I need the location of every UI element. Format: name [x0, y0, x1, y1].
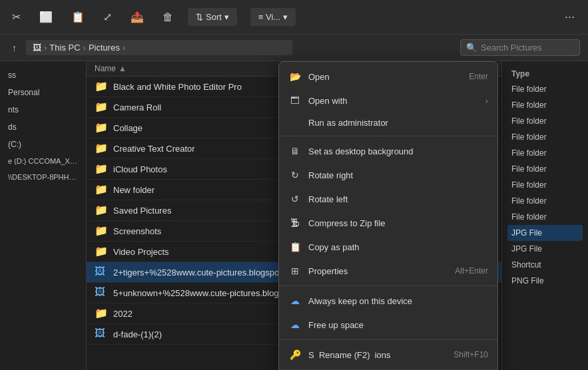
paste-icon[interactable]: 📋: [67, 7, 89, 27]
right-panel-header: Type: [507, 67, 583, 81]
menu-label-desktop-bg: Set as desktop background: [308, 146, 488, 156]
breadcrumb-this-pc[interactable]: This PC: [49, 43, 80, 53]
menu-item-free-space[interactable]: ☁ Free up space: [279, 313, 497, 337]
menu-separator-1: [279, 136, 497, 136]
sidebar-item-c[interactable]: (C:): [0, 136, 86, 153]
menu-item-rotate-left[interactable]: ↺ Rotate left: [279, 187, 497, 211]
menu-item-properties[interactable]: ⊞ Properties Alt+Enter: [279, 259, 497, 283]
more-button[interactable]: ···: [559, 7, 580, 27]
open-with-icon: 🗔: [288, 94, 302, 107]
toolbar: ✂ ⬜ 📋 ⤢ 📤 🗑 ⇅ Sort ▾ ≡ Vi... ▾ ···: [0, 0, 588, 35]
cloud-free-icon: ☁: [288, 318, 302, 331]
right-panel-item: File folder: [507, 177, 583, 193]
sidebar-item-d[interactable]: e (D:) CCCOMA_X64FR: [0, 153, 86, 169]
menu-label-compress-zip: Compress to Zip file: [308, 218, 488, 228]
jpg-icon: 🖼: [95, 266, 108, 279]
folder-icon: 📁: [95, 224, 108, 238]
menu-item-compress-zip[interactable]: 🗜 Compress to Zip file: [279, 211, 497, 235]
sidebar-item-nts[interactable]: nts: [0, 101, 86, 118]
menu-label-rotate-right: Rotate right: [308, 170, 488, 180]
menu-label-free-space: Free up space: [308, 320, 488, 330]
search-box[interactable]: 🔍: [460, 39, 580, 56]
compress-zip-icon: 🗜: [288, 216, 302, 230]
menu-label-rotate-left: Rotate left: [308, 194, 488, 204]
rotate-left-icon: ↺: [288, 192, 302, 206]
menu-item-show-more[interactable]: 🔑 S Rename (F2) ions Shift+F10: [279, 343, 497, 367]
sidebar: ss Personal nts ds (C:) e (D:) CCCOMA_X6…: [0, 61, 87, 370]
folder-icon: 📁: [95, 100, 108, 114]
breadcrumb-pictures[interactable]: Pictures: [89, 43, 120, 53]
right-panel: Type File folder File folder File folder…: [501, 61, 588, 370]
right-panel-item: File folder: [507, 209, 583, 225]
sort-chevron-icon: ▾: [224, 12, 229, 22]
right-panel-item: File folder: [507, 145, 583, 161]
delete-icon[interactable]: 🗑: [158, 7, 177, 27]
col-name-sort-icon: ▲: [119, 64, 127, 73]
jpg-icon: 🖼: [95, 286, 108, 299]
rotate-right-icon: ↻: [288, 168, 302, 182]
breadcrumb-sep-3: ›: [123, 43, 125, 53]
right-panel-item: File folder: [507, 129, 583, 145]
right-panel-item: File folder: [507, 113, 583, 129]
breadcrumb-sep-1: ›: [44, 43, 47, 53]
right-panel-item: File folder: [507, 81, 583, 97]
share-icon[interactable]: 📤: [127, 7, 148, 27]
folder-icon: 📁: [95, 162, 108, 176]
sort-label: Sort: [206, 12, 222, 22]
right-panel-item: File folder: [507, 161, 583, 177]
folder-icon: 📁: [95, 204, 108, 217]
menu-item-open-with[interactable]: 🗔 Open with ›: [279, 89, 497, 112]
menu-separator-2: [279, 285, 497, 286]
menu-item-open[interactable]: 📂 Open Enter: [279, 65, 497, 89]
folder-icon: 📁: [95, 80, 108, 93]
search-input[interactable]: [481, 43, 574, 53]
context-menu: 📂 Open Enter 🗔 Open with › Run as admini…: [278, 61, 498, 370]
cloud-keep-icon: ☁: [288, 294, 302, 307]
menu-item-copy-path[interactable]: 📋 Copy as path: [279, 235, 497, 259]
sidebar-item-ds[interactable]: ds: [0, 118, 86, 136]
open-with-arrow-icon: ›: [485, 96, 488, 106]
search-icon: 🔍: [466, 43, 477, 53]
view-button[interactable]: ≡ Vi... ▾: [250, 8, 296, 26]
right-panel-item: PNG File: [507, 273, 583, 289]
right-panel-item: Shortcut: [507, 257, 583, 273]
copy-path-icon: 📋: [288, 240, 302, 254]
breadcrumb-sep-2: ›: [83, 43, 86, 53]
menu-label-properties: Properties: [308, 266, 448, 276]
show-more-icon: 🔑: [288, 348, 302, 361]
menu-shortcut-properties: Alt+Enter: [455, 266, 488, 276]
copy-icon[interactable]: ⬜: [35, 7, 57, 27]
menu-label-show-more: S Rename (F2) ions: [308, 350, 447, 360]
menu-label-run-admin: Run as administrator: [308, 118, 488, 128]
menu-label-copy-path: Copy as path: [308, 242, 488, 252]
right-panel-item: File folder: [507, 97, 583, 113]
sidebar-item-desktop[interactable]: \\DESKTOP-8PHHAN9\!: [0, 169, 86, 185]
properties-icon: ⊞: [288, 264, 302, 278]
nav-up-button[interactable]: ↑: [8, 40, 21, 56]
breadcrumb[interactable]: 🖼 › This PC › Pictures ›: [26, 40, 292, 55]
sidebar-item-personal[interactable]: Personal: [0, 84, 86, 101]
breadcrumb-icon: 🖼: [33, 43, 41, 53]
folder-icon: 📁: [95, 245, 108, 258]
col-name-label[interactable]: Name: [95, 64, 116, 73]
right-panel-item: File folder: [507, 193, 583, 209]
menu-item-run-admin[interactable]: Run as administrator: [279, 112, 497, 133]
menu-label-open-with: Open with: [308, 96, 479, 106]
right-panel-item: JPG File: [507, 225, 583, 241]
png-icon: 🖼: [95, 327, 108, 341]
view-label: ≡ Vi...: [258, 12, 280, 22]
sort-icon: ⇅: [196, 12, 203, 22]
view-chevron-icon: ▾: [283, 12, 288, 22]
cut-icon[interactable]: ✂: [8, 7, 25, 27]
menu-label-open: Open: [308, 72, 462, 82]
folder-icon: 📁: [95, 121, 108, 134]
menu-item-rotate-right[interactable]: ↻ Rotate right: [279, 163, 497, 187]
rename-icon[interactable]: ⤢: [99, 7, 116, 27]
sort-button[interactable]: ⇅ Sort ▾: [188, 8, 237, 26]
sidebar-item-ss[interactable]: ss: [0, 67, 86, 84]
desktop-bg-icon: 🖥: [288, 144, 302, 158]
menu-separator-3: [279, 339, 497, 340]
menu-shortcut-open: Enter: [469, 72, 488, 81]
menu-item-desktop-bg[interactable]: 🖥 Set as desktop background: [279, 139, 497, 163]
menu-item-keep-device[interactable]: ☁ Always keep on this device: [279, 289, 497, 313]
